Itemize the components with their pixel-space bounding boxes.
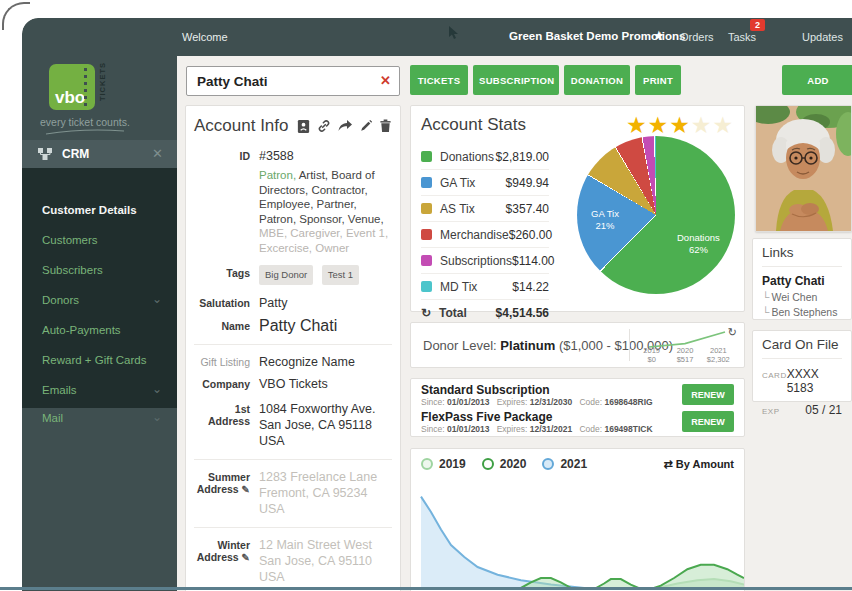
name-value: Patty Chati xyxy=(259,318,337,334)
sidebar-item-emails[interactable]: Emails xyxy=(42,384,77,396)
tags-label: Tags xyxy=(194,265,250,285)
sidebar-item-customer-details[interactable]: Customer Details xyxy=(42,204,137,216)
legend-row: Donations$2,819.00 xyxy=(421,144,549,170)
stats-legend: Donations$2,819.00 GA Tix$949.94 AS Tix$… xyxy=(421,144,549,325)
star-icon[interactable]: ★ xyxy=(669,112,691,138)
divider xyxy=(629,329,630,361)
customer-photo[interactable] xyxy=(755,105,852,232)
refresh-icon[interactable]: ↻ xyxy=(421,306,431,320)
legend-swatch xyxy=(421,229,432,240)
legend-swatch xyxy=(421,281,432,292)
logo-text: vbo xyxy=(55,88,85,108)
account-stats-title: Account Stats xyxy=(421,115,526,134)
card-number-row: CARD XXXX 5183 xyxy=(762,367,842,395)
edit-pencil-icon[interactable] xyxy=(359,119,373,133)
app-window: Welcome Green Basket Demo Promotions ★ O… xyxy=(22,18,852,591)
nav-updates[interactable]: Updates xyxy=(802,31,843,43)
card-on-file-title: Card On File xyxy=(762,337,842,359)
card-on-file-panel: Card On File CARD XXXX 5183 EXP 05 / 21 xyxy=(752,330,852,402)
swap-icon: ⇄ xyxy=(664,458,673,470)
sidebar-item-donors[interactable]: Donors xyxy=(42,294,79,306)
subscriptions-panel: Standard Subscription Since: 01/01/2013 … xyxy=(410,378,745,437)
links-panel: Links Patty Chati └Wei Chen └Ben Stephen… xyxy=(752,238,852,320)
renew-button[interactable]: RENEW xyxy=(682,411,734,432)
nav-orders[interactable]: Orders xyxy=(680,31,714,43)
close-icon[interactable]: ✕ xyxy=(152,146,163,161)
clear-search-icon[interactable]: ✕ xyxy=(380,73,391,88)
renew-button[interactable]: RENEW xyxy=(682,384,734,405)
refresh-icon[interactable]: ↻ xyxy=(728,326,737,339)
salutation-value: Patty xyxy=(259,295,288,311)
pie-label-ga-tix: GA Tix21% xyxy=(591,208,619,232)
sidebar-item-subscribers[interactable]: Subscribers xyxy=(42,264,103,276)
tree-branch-icon: └ xyxy=(762,306,769,318)
star-icon[interactable]: ★ xyxy=(626,112,648,138)
tag-chip[interactable]: Big Donor xyxy=(259,265,313,285)
subscription-button[interactable]: SUBSCRIPTION xyxy=(473,65,559,95)
name-label: Name xyxy=(194,318,250,334)
legend-row: AS Tix$357.40 xyxy=(421,196,549,222)
star-icon[interactable]: ★ xyxy=(691,112,713,138)
link-primary[interactable]: Patty Chati xyxy=(762,274,842,288)
add-button[interactable]: ADD xyxy=(782,65,852,95)
donor-level-panel: Donor Level: Platinum ($1,000 - $100,000… xyxy=(410,322,745,368)
edit-pencil-icon[interactable]: ✎ xyxy=(242,552,250,563)
legend-ring-2020[interactable] xyxy=(482,458,494,470)
favorite-star-icon[interactable]: ★ xyxy=(653,28,665,43)
link-icon[interactable] xyxy=(317,119,331,133)
share-icon[interactable] xyxy=(337,119,353,133)
donation-button[interactable]: DONATION xyxy=(564,65,630,95)
nav-tasks[interactable]: Tasks xyxy=(728,31,756,43)
sidebar-item-auto-payments[interactable]: Auto-Payments xyxy=(42,324,121,336)
legend-swatch xyxy=(421,255,432,266)
id-value: #3588 xyxy=(259,148,294,164)
tag-chip[interactable]: Test 1 xyxy=(322,265,359,285)
legend-row: Subscriptions$114.00 xyxy=(421,248,549,274)
account-stats-pie-chart: GA Tix21% Donations62% xyxy=(577,136,735,294)
divider xyxy=(194,527,392,528)
tickets-button[interactable]: TICKETS xyxy=(410,65,468,95)
trash-icon[interactable] xyxy=(379,119,392,133)
search-input[interactable] xyxy=(195,70,369,92)
star-icon[interactable]: ★ xyxy=(712,112,734,138)
link-child[interactable]: └Ben Stephens xyxy=(762,306,842,318)
crm-title: CRM xyxy=(62,147,89,161)
card-exp-row: EXP 05 / 21 xyxy=(762,403,842,417)
history-area-chart xyxy=(411,477,744,591)
welcome-text: Welcome xyxy=(182,31,228,43)
sidebar-item-mail[interactable]: Mail xyxy=(42,412,63,424)
links-title: Links xyxy=(762,245,842,267)
legend-ring-2021[interactable] xyxy=(542,458,554,470)
main-content: ✕ TICKETS SUBSCRIPTION DONATION PRINT AD… xyxy=(177,56,852,591)
vbo-logo[interactable]: vbo xyxy=(49,64,95,110)
tasks-badge: 2 xyxy=(750,19,765,31)
winter-address-label: Winter Address ✎ xyxy=(194,537,250,585)
link-child[interactable]: └Wei Chen xyxy=(762,291,842,303)
sidebar-item-customers[interactable]: Customers xyxy=(42,234,98,246)
gift-listing-value: Recognize Name xyxy=(259,354,355,370)
sitemap-icon xyxy=(38,147,53,165)
account-info-panel: Account Info xyxy=(185,105,401,591)
summer-address-value: 1283 Freelance LaneFremont, CA 95234USA xyxy=(259,469,377,517)
print-button[interactable]: PRINT xyxy=(635,65,681,95)
chevron-down-icon[interactable]: ⌄ xyxy=(152,292,162,306)
star-icon[interactable]: ★ xyxy=(648,112,670,138)
sidebar-item-reward-gift-cards[interactable]: Reward + Gift Cards xyxy=(42,354,147,366)
tree-branch-icon: └ xyxy=(762,291,769,303)
divider xyxy=(194,344,392,345)
edit-pencil-icon[interactable]: ✎ xyxy=(242,484,250,495)
purchase-history-panel: 2019 2020 2021 ⇄By Amount xyxy=(410,448,745,591)
summer-address-label: Summer Address ✎ xyxy=(194,469,250,517)
account-info-title: Account Info xyxy=(194,116,289,136)
star-rating[interactable]: ★★★★★ xyxy=(626,114,734,137)
by-amount-toggle[interactable]: ⇄By Amount xyxy=(664,458,734,471)
contact-card-icon[interactable] xyxy=(296,119,311,134)
tagline-swoosh xyxy=(42,129,128,135)
chevron-down-icon[interactable]: ⌄ xyxy=(152,382,162,396)
logo-tickets-text: TICKETS xyxy=(98,62,107,101)
winter-address-value: 12 Main Street WestSan Jose, CA 95110USA xyxy=(259,537,372,585)
chevron-down-icon[interactable]: ⌄ xyxy=(152,410,162,424)
legend-ring-2019[interactable] xyxy=(421,458,433,470)
customer-search: ✕ xyxy=(186,66,400,96)
subscription-row: Standard Subscription Since: 01/01/2013 … xyxy=(421,383,734,408)
